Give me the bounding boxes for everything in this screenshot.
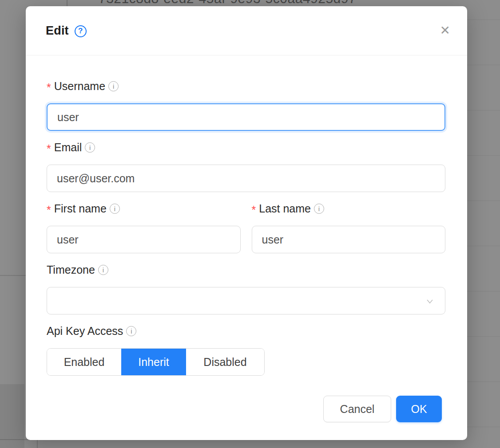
- info-icon[interactable]: i: [110, 204, 120, 214]
- api-key-access-option-enabled[interactable]: Enabled: [47, 349, 121, 375]
- dialog-title: Edit: [46, 24, 69, 38]
- username-label-row: * Username i: [47, 80, 445, 92]
- info-icon[interactable]: i: [314, 204, 324, 214]
- background-row-line: [462, 65, 500, 65]
- background-left-panel: [0, 384, 24, 448]
- background-uuid-text: 7321c8d8-eed2-45af-9e93-5c0aa4925d97: [99, 0, 409, 6]
- last-name-label-row: * Last name i: [252, 202, 446, 215]
- required-asterisk: *: [47, 142, 51, 155]
- username-input[interactable]: [47, 103, 445, 131]
- first-name-input[interactable]: [47, 226, 241, 253]
- username-label: Username: [54, 80, 105, 93]
- dialog-footer: Cancel OK: [47, 396, 445, 422]
- background-row-line: [462, 20, 500, 20]
- api-key-access-option-disabled[interactable]: Disabled: [186, 349, 264, 375]
- required-asterisk: *: [47, 204, 51, 216]
- last-name-input[interactable]: [252, 226, 446, 253]
- background-row-line: [462, 155, 500, 156]
- info-icon[interactable]: i: [126, 326, 136, 336]
- ok-button[interactable]: OK: [396, 396, 442, 422]
- background-row-line: [462, 427, 500, 427]
- required-asterisk: *: [47, 81, 51, 94]
- email-label: Email: [54, 141, 82, 154]
- timezone-label: Timezone: [47, 263, 95, 276]
- name-inputs-row: [47, 226, 445, 263]
- api-key-access-option-inherit[interactable]: Inherit: [121, 349, 186, 375]
- background-row-line: [462, 291, 500, 291]
- help-icon[interactable]: ?: [75, 25, 87, 37]
- info-icon[interactable]: i: [98, 265, 108, 275]
- name-labels-row: * First name i * Last name i: [47, 202, 445, 226]
- required-asterisk: *: [252, 204, 256, 216]
- background-table-divider: [67, 0, 67, 6]
- timezone-select[interactable]: [47, 287, 445, 314]
- info-icon[interactable]: i: [108, 81, 119, 91]
- timezone-label-row: Timezone i: [47, 263, 445, 276]
- background-row-line: [462, 246, 500, 246]
- email-label-row: * Email i: [47, 141, 445, 153]
- dialog-header: Edit ? ✕: [26, 6, 467, 55]
- api-key-access-group: Enabled Inherit Disabled: [47, 348, 265, 376]
- background-row-line: [462, 200, 500, 201]
- background-row-line: [462, 336, 500, 337]
- edit-dialog: Edit ? ✕ * Username i * Email i * First …: [26, 6, 467, 440]
- close-icon[interactable]: ✕: [440, 24, 450, 37]
- last-name-label: Last name: [259, 202, 311, 215]
- info-icon[interactable]: i: [85, 142, 95, 153]
- background-row-line: [462, 381, 500, 382]
- background-left-divider: [0, 275, 26, 276]
- api-key-access-label-row: Api Key Access i: [47, 325, 445, 337]
- background-row-line: [462, 110, 500, 110]
- api-key-access-label: Api Key Access: [47, 325, 123, 338]
- first-name-label: First name: [54, 202, 107, 215]
- first-name-label-row: * First name i: [47, 202, 241, 215]
- cancel-button[interactable]: Cancel: [323, 396, 391, 422]
- background-uuid-row: 7321c8d8-eed2-45af-9e93-5c0aa4925d97: [99, 0, 409, 6]
- dialog-body: * Username i * Email i * First name i * …: [26, 55, 467, 422]
- chevron-down-icon: [425, 296, 435, 307]
- email-input[interactable]: [47, 165, 445, 192]
